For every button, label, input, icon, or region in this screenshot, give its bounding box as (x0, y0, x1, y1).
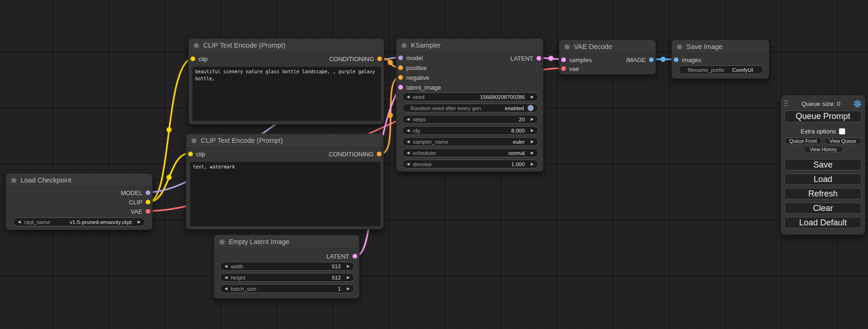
denoise-widget[interactable]: ◀ denoise 1.000 ▶ (402, 160, 538, 168)
sampler-name-widget[interactable]: ◀ sampler_name euler ▶ (402, 137, 538, 146)
image-input-port-icon[interactable] (674, 57, 678, 62)
decrement-arrow-icon[interactable]: ◀ (407, 129, 409, 133)
clip-input-port-icon[interactable] (191, 56, 195, 61)
node-save-image[interactable]: Save Image images filename_prefix ComfyU… (671, 40, 769, 79)
increment-arrow-icon[interactable]: ▶ (347, 276, 350, 280)
latent-output-port-icon[interactable] (536, 56, 541, 61)
collapse-dot-icon[interactable] (565, 44, 570, 49)
conditioning-output-port-icon[interactable] (377, 56, 382, 61)
decrement-arrow-icon[interactable]: ◀ (407, 95, 409, 99)
decrement-arrow-icon[interactable]: ◀ (18, 220, 21, 224)
link-midpoint-dot (167, 127, 172, 133)
seed-widget[interactable]: ◀ seed 156680208700286 ▶ (402, 92, 538, 101)
widget-value: 20 (429, 117, 525, 122)
load-default-button[interactable]: Load Default (784, 217, 861, 228)
drag-handle-icon[interactable] (784, 100, 788, 107)
increment-arrow-icon[interactable]: ▶ (531, 162, 534, 166)
node-title-bar[interactable]: CLIP Text Encode (Prompt) (189, 39, 384, 52)
extra-options-checkbox[interactable] (839, 128, 845, 134)
increment-arrow-icon[interactable]: ▶ (531, 140, 534, 144)
collapse-dot-icon[interactable] (191, 138, 197, 143)
decrement-arrow-icon[interactable]: ◀ (407, 151, 409, 155)
port-label: vae (569, 65, 579, 72)
node-ksampler[interactable]: KSampler model positive negative latent_… (396, 38, 543, 172)
view-history-button[interactable]: View History (804, 146, 843, 153)
width-widget[interactable]: ◀ width 512 ▶ (220, 262, 354, 271)
clip-output-port-icon[interactable] (146, 200, 150, 204)
queue-front-button[interactable]: Queue Front (784, 138, 822, 144)
filename-prefix-widget[interactable]: filename_prefix ComfyUI (678, 65, 763, 74)
node-clip-text-encode-positive[interactable]: CLIP Text Encode (Prompt) clip CONDITION… (188, 38, 384, 125)
node-title-bar[interactable]: CLIP Text Encode (Prompt) (186, 134, 383, 147)
height-widget[interactable]: ◀ height 512 ▶ (220, 273, 354, 282)
clip-input-port-icon[interactable] (188, 152, 193, 156)
increment-arrow-icon[interactable]: ▶ (531, 129, 534, 133)
queue-prompt-button[interactable]: Queue Prompt (784, 111, 861, 122)
collapse-dot-icon[interactable] (219, 239, 225, 245)
settings-gear-icon[interactable] (854, 100, 861, 108)
decrement-arrow-icon[interactable]: ◀ (225, 276, 227, 280)
increment-arrow-icon[interactable]: ▶ (531, 151, 534, 155)
increment-arrow-icon[interactable]: ▶ (531, 95, 534, 99)
decrement-arrow-icon[interactable]: ◀ (225, 287, 227, 291)
refresh-button[interactable]: Refresh (784, 188, 861, 199)
collapse-dot-icon[interactable] (402, 43, 407, 48)
port-label: images (682, 56, 701, 63)
widget-name: width (231, 264, 243, 269)
node-title-bar[interactable]: VAE Decode (559, 40, 656, 54)
load-button[interactable]: Load (784, 174, 861, 185)
negative-prompt-textarea[interactable]: text, watermark (190, 162, 381, 226)
model-input-port-icon[interactable] (398, 56, 403, 60)
node-title-bar[interactable]: KSampler (396, 39, 543, 52)
latent-input-port-icon[interactable] (561, 57, 566, 62)
cfg-widget[interactable]: ◀ cfg 8.000 ▶ (402, 126, 538, 135)
node-title-bar[interactable]: Load Checkpoint (6, 174, 152, 187)
node-title: KSampler (411, 42, 441, 49)
collapse-dot-icon[interactable] (194, 43, 199, 48)
random-seed-toggle-widget[interactable]: Random seed after every gen enabled (402, 104, 538, 112)
widget-name: denoise (413, 161, 431, 167)
port-label: model (406, 55, 423, 62)
vae-input-port-icon[interactable] (561, 66, 566, 71)
widget-value: 512 (246, 264, 341, 269)
latent-input-port-icon[interactable] (398, 85, 403, 90)
link-midpoint-dot (388, 60, 393, 65)
batch-size-widget[interactable]: ◀ batch_size 1 ▶ (220, 284, 354, 293)
node-empty-latent-image[interactable]: Empty Latent Image LATENT ◀ width 512 ▶ … (214, 235, 360, 299)
increment-arrow-icon[interactable]: ▶ (531, 118, 534, 121)
decrement-arrow-icon[interactable]: ◀ (225, 265, 227, 268)
vae-output-port-icon[interactable] (146, 209, 150, 214)
conditioning-output-port-icon[interactable] (377, 152, 381, 156)
collapse-dot-icon[interactable] (677, 44, 682, 49)
node-title-bar[interactable]: Save Image (672, 40, 769, 54)
widget-value: normal (439, 150, 525, 156)
clear-button[interactable]: Clear (784, 203, 861, 214)
image-output-port-icon[interactable] (649, 57, 654, 62)
node-load-checkpoint[interactable]: Load Checkpoint MODEL CLIP VAE ◀ ckpt_na… (6, 173, 153, 230)
toggle-knob-icon[interactable] (528, 105, 534, 111)
ckpt-name-widget[interactable]: ◀ ckpt_name v1-5-pruned-emaonly.ckpt ▶ (13, 217, 145, 226)
input-negative: negative (398, 73, 429, 82)
view-queue-button[interactable]: View Queue (824, 138, 861, 144)
decrement-arrow-icon[interactable]: ◀ (407, 162, 409, 166)
node-clip-text-encode-negative[interactable]: CLIP Text Encode (Prompt) clip CONDITION… (186, 133, 384, 230)
scheduler-widget[interactable]: ◀ scheduler normal ▶ (402, 148, 538, 157)
save-button[interactable]: Save (784, 159, 861, 170)
increment-arrow-icon[interactable]: ▶ (138, 220, 141, 224)
model-output-port-icon[interactable] (146, 190, 150, 195)
port-label: MODEL (121, 189, 142, 196)
node-title-bar[interactable]: Empty Latent Image (214, 235, 359, 249)
node-vae-decode[interactable]: VAE Decode samples vae IMAGE (559, 40, 656, 75)
conditioning-input-port-icon[interactable] (398, 65, 403, 70)
increment-arrow-icon[interactable]: ▶ (347, 287, 350, 291)
collapse-dot-icon[interactable] (11, 178, 16, 183)
decrement-arrow-icon[interactable]: ◀ (407, 118, 409, 121)
latent-output-port-icon[interactable] (353, 254, 357, 259)
decrement-arrow-icon[interactable]: ◀ (407, 140, 409, 144)
steps-widget[interactable]: ◀ steps 20 ▶ (402, 115, 538, 124)
node-graph-canvas[interactable]: Load Checkpoint MODEL CLIP VAE ◀ ckpt_na… (0, 0, 868, 329)
widget-value: euler (451, 139, 525, 145)
increment-arrow-icon[interactable]: ▶ (347, 265, 350, 268)
conditioning-input-port-icon[interactable] (398, 75, 403, 80)
positive-prompt-textarea[interactable]: beautiful scenery nature glass bottle la… (192, 67, 381, 121)
